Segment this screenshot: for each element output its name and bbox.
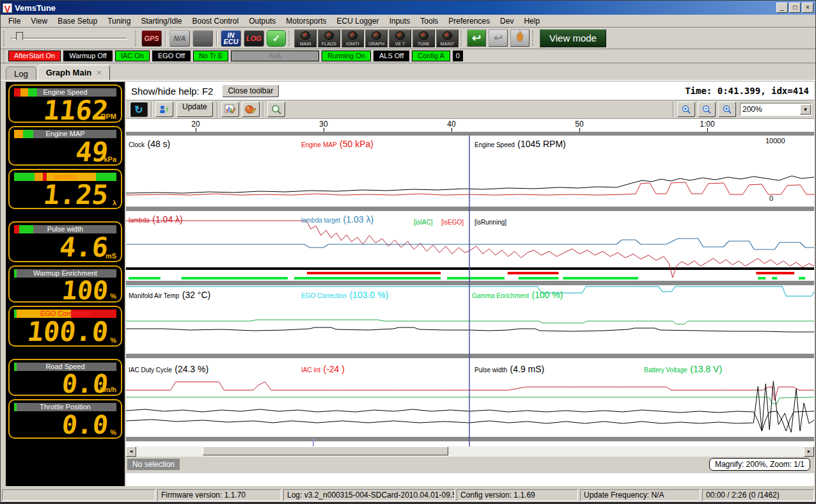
app-window: V VemsTune _ □ × File View Base Setup Tu… [0,0,816,504]
tab-bar: Log Graph Main × [1,63,815,80]
flag-iac: IAC On [115,51,150,61]
edit-chart-button[interactable] [221,102,239,117]
trace-label-lambda: lambda (1.04 λ) [129,214,183,225]
page-maint-button[interactable]: MAINT [436,29,459,47]
slider-track [11,38,127,40]
menu-base-setup[interactable]: Base Setup [52,15,102,27]
gamma-enrichment-trace [126,320,814,324]
trace-label-iac-duty: IAC Duty Cycle (24.3 %) [129,363,208,375]
flame-icon [514,30,526,43]
zoom-reset-button[interactable] [718,102,736,117]
maximize-button[interactable]: □ [789,3,801,13]
scrollbar-thumb[interactable] [203,446,448,455]
gauge-value: 100.0 [8,318,123,347]
read-config-button[interactable]: ↩ [467,29,486,47]
tab-close-icon[interactable]: × [97,68,102,77]
menu-tuning[interactable]: Tuning [102,15,136,27]
trace-label-isiac: [isIAC] [414,216,432,227]
main-toolbar: GPS N/A ECU IN ECU LOG ✓ MAIN FLAGS IGNI… [1,28,815,49]
flag-als: ALS Off [373,51,409,61]
gauge-throttle-position: Throttle Position 0.0 % [8,399,122,439]
trace-label-ego-correction: EGO Correction (103.0 %) [301,289,388,301]
page-ignition-button[interactable]: IGNITI [341,29,364,47]
menu-view[interactable]: View [26,15,52,27]
menu-boost-control[interactable]: Boost Control [187,15,244,27]
search-button[interactable] [267,102,285,117]
flag-na: N/A [231,51,319,61]
trace-label-isego: [isEGO] [441,216,464,227]
ok-check-button[interactable]: ✓ [267,30,286,47]
tab-graph-main[interactable]: Graph Main × [38,65,110,80]
title-bar: V VemsTune _ □ × [1,1,815,15]
write-config-button[interactable]: ↩ [489,29,508,47]
trace-label-gamma-enrichment: Gamma Enrichment (100 %) [472,289,563,301]
na-led-button[interactable]: N/A [169,30,190,47]
scroll-left-button[interactable]: ◄ [126,446,136,457]
menu-file[interactable]: File [3,15,26,27]
menu-preferences[interactable]: Preferences [443,15,495,27]
gauge-engine-map: Engine MAP 49 kPa [8,126,122,166]
chevron-down-icon: ▼ [800,104,811,114]
menu-starting-idle[interactable]: Starting/Idle [136,15,187,27]
close-button[interactable]: × [802,3,813,13]
scroll-right-button[interactable]: ► [804,446,814,457]
in-ecu-led-button[interactable]: IN ECU [221,30,241,47]
app-logo-icon: V [3,3,12,13]
trace-label-isrunning: [isRunning] [475,216,506,227]
burn-flame-button[interactable] [510,29,530,47]
page-graph-button[interactable]: GRAPH [365,29,388,47]
toolbar-grip [135,31,137,46]
manifold-air-temp-trace [126,327,814,332]
sync-icon-button[interactable]: ↻ [130,102,148,117]
view-mode-button[interactable]: View mode [540,29,606,47]
zoom-level-select[interactable]: 200% ▼ [740,103,812,116]
horizontal-scrollbar[interactable]: ◄ ► [126,446,814,457]
status-bar: Firmware version: 1.1.70 Log: v3.2_n0003… [1,489,815,502]
ecu-led-button[interactable]: ECU [192,30,213,47]
menu-bar: File View Base Setup Tuning Starting/Idl… [1,15,815,28]
iac-duty-trace [126,409,814,431]
toolbar-grip [3,31,6,46]
ego-correction-trace [126,287,814,296]
log-position-slider[interactable] [8,30,130,47]
menu-outputs[interactable]: Outputs [244,15,281,27]
magnify-zoom-label: Magnify: 200%, Zoom: 1/1 [709,458,810,471]
menu-ecu-logger[interactable]: ECU Logger [332,15,384,27]
flag-afterstart: AfterStart On [8,51,61,61]
slider-thumb[interactable] [16,32,23,44]
update-button[interactable]: Update [177,102,213,117]
flag-no-tr-e: No Tr E [193,51,228,61]
tab-log[interactable]: Log [6,67,36,80]
menu-motorsports[interactable]: Motorsports [281,15,331,27]
gauge-warmup-enrichment: Warmup Enrichment 100 % [8,265,122,303]
page-tune-button[interactable]: TUNE [412,29,435,47]
flag-running: Running On [322,51,371,61]
zoom-out-button[interactable] [698,102,716,117]
page-flags-button[interactable]: FLAGS [318,29,340,47]
graph-canvas[interactable]: Clock (48 s) Engine MAP (50 kPa) Engine … [126,132,814,446]
lambda-target-trace [126,239,814,249]
page-main-button[interactable]: MAIN [294,29,317,47]
window-title: VemsTune [15,3,775,13]
selection-status: No selection [127,459,180,470]
menu-inputs[interactable]: Inputs [384,15,416,27]
close-toolbar-button[interactable]: Close toolbar [222,84,279,97]
log-led-button[interactable]: LOG [244,30,264,47]
toolbar-separator [165,31,166,46]
users-icon-button[interactable] [155,102,173,117]
minimize-button[interactable]: _ [776,3,788,13]
page-ve-button[interactable]: VE T [389,29,411,47]
trace-label-engine-map: Engine MAP (50 kPa) [301,138,373,150]
gps-led-button[interactable]: GPS [141,30,162,47]
menu-tools[interactable]: Tools [415,15,443,27]
edit-colors-button[interactable] [242,102,260,117]
status-log-position: 00:00 / 2:26 (0 /1462) [702,489,814,501]
toolbar-grip [288,31,291,46]
zoom-in-button[interactable] [677,102,695,117]
menu-help[interactable]: Help [519,15,545,27]
isego-flag-bar [307,272,794,274]
scale-min-label: 0 [769,194,773,202]
menu-dev[interactable]: Dev [495,15,519,27]
scrollbar-track[interactable] [136,446,804,457]
gauge-pulse-width: Pulse width 4.6 mS [8,221,122,262]
